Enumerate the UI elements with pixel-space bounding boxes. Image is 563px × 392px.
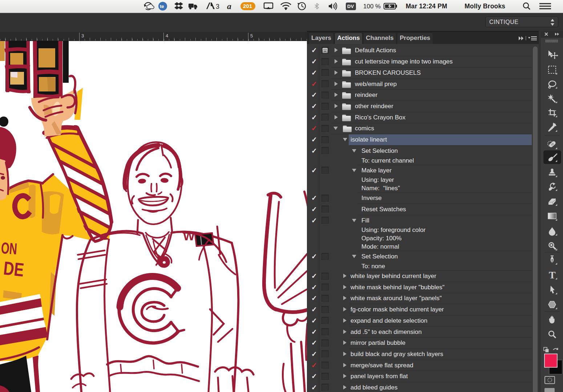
svg-text:a: a	[227, 1, 231, 11]
svg-text:W: W	[183, 229, 195, 243]
svg-text:Molly Brooks: Molly Brooks	[465, 3, 505, 10]
svg-text:3: 3	[216, 3, 219, 10]
svg-text:Mar 12:24 PM: Mar 12:24 PM	[406, 3, 447, 10]
svg-text:DE: DE	[3, 257, 25, 281]
svg-text:T: T	[549, 269, 556, 281]
svg-text:100 %: 100 %	[363, 3, 381, 10]
svg-text:ON: ON	[0, 239, 17, 258]
svg-text:DV: DV	[347, 4, 354, 9]
svg-text:201: 201	[243, 3, 252, 9]
svg-text:te: te	[160, 4, 164, 9]
